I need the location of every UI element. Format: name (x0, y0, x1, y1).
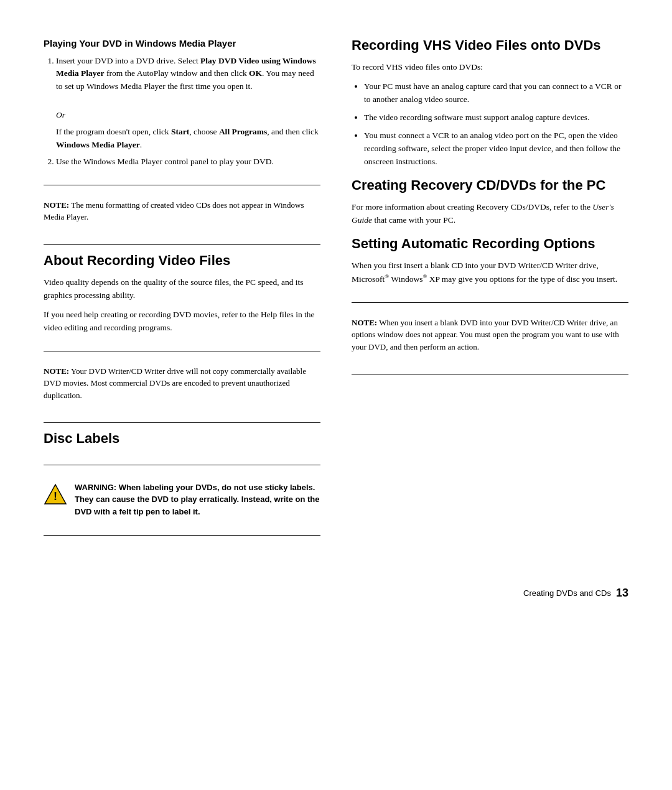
left-column: Playing Your DVD in Windows Media Player… (44, 37, 320, 543)
vhs-bullet-3: You must connect a VCR to an analog vide… (364, 129, 628, 169)
svg-text:!: ! (54, 490, 57, 503)
vhs-bullet-2: The video recording software must suppor… (364, 111, 628, 124)
divider-4 (44, 422, 320, 423)
note-3-text: NOTE: When you insert a blank DVD into y… (352, 317, 628, 353)
divider-6 (44, 535, 320, 536)
vhs-title: Recording VHS Video Files onto DVDs (352, 37, 628, 53)
note-1: NOTE: The menu formatting of created vid… (44, 199, 320, 230)
page-footer: Creating DVDs and CDs 13 (44, 580, 628, 600)
note-3: NOTE: When you insert a blank DVD into y… (352, 317, 628, 360)
automatic-recording-para: When you first insert a blank CD into yo… (352, 259, 628, 286)
note-2-text: NOTE: Your DVD Writer/CD Writer drive wi… (44, 365, 320, 402)
footer-label: Creating DVDs and CDs (523, 588, 611, 598)
about-recording-para1: Video quality depends on the quality of … (44, 276, 320, 302)
warning-icon: ! (44, 483, 67, 506)
divider-right-2 (352, 374, 628, 374)
automatic-recording-title: Setting Automatic Recording Options (352, 236, 628, 252)
vhs-section: Recording VHS Video Files onto DVDs To r… (352, 37, 628, 175)
divider-1 (44, 185, 320, 185)
disc-labels-section: Disc Labels (44, 430, 320, 454)
divider-right-1 (352, 302, 628, 303)
divider-2 (44, 244, 320, 245)
recovery-italic: User's Guide (352, 202, 614, 225)
recovery-para: For more information about creating Reco… (352, 201, 628, 227)
about-recording-title: About Recording Video Files (44, 253, 320, 269)
recovery-title: Creating Recovery CD/DVDs for the PC (352, 177, 628, 193)
vhs-intro: To record VHS video files onto DVDs: (352, 61, 628, 74)
vhs-bullet-1: Your PC must have an analog capture card… (364, 80, 628, 106)
disc-labels-title: Disc Labels (44, 430, 320, 447)
about-recording-section: About Recording Video Files Video qualit… (44, 253, 320, 341)
vhs-bullets: Your PC must have an analog capture card… (352, 80, 628, 169)
playing-dvd-section: Playing Your DVD in Windows Media Player… (44, 37, 320, 175)
about-recording-para2: If you need help creating or recording D… (44, 309, 320, 335)
divider-5 (44, 465, 320, 465)
warning-text: WARNING: When labeling your DVDs, do not… (75, 481, 320, 518)
page-content: Playing Your DVD in Windows Media Player… (44, 37, 628, 543)
right-column: Recording VHS Video Files onto DVDs To r… (352, 37, 628, 543)
automatic-recording-section: Setting Automatic Recording Options When… (352, 236, 628, 292)
footer-page-number: 13 (616, 587, 628, 600)
warning-block: ! WARNING: When labeling your DVDs, do n… (44, 479, 320, 521)
recovery-section: Creating Recovery CD/DVDs for the PC For… (352, 177, 628, 233)
playing-dvd-steps: Insert your DVD into a DVD drive. Select… (44, 55, 320, 169)
divider-3 (44, 351, 320, 351)
or-label: Or (56, 109, 320, 122)
step-1: Insert your DVD into a DVD drive. Select… (56, 55, 320, 152)
playing-dvd-title: Playing Your DVD in Windows Media Player (44, 37, 320, 50)
note-1-text: NOTE: The menu formatting of created vid… (44, 199, 320, 223)
step-2: Use the Windows Media Player control pan… (56, 156, 320, 169)
note-2: NOTE: Your DVD Writer/CD Writer drive wi… (44, 365, 320, 408)
